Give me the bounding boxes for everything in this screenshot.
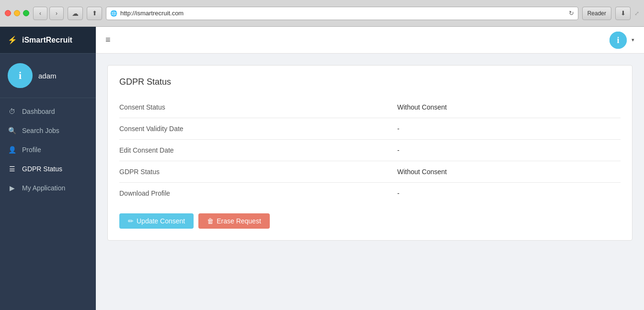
reload-button[interactable]: ↻ (569, 10, 574, 17)
gdpr-table: Consent Status Without Consent Consent V… (119, 97, 621, 204)
close-button[interactable] (5, 10, 11, 16)
sidebar-brand: ⚡ iSmartRecruit (0, 27, 96, 54)
reader-button[interactable]: Reader (582, 7, 611, 20)
button-row: ✏ Update Consent 🗑 Erase Request (119, 213, 621, 229)
row-label: Consent Validity Date (119, 125, 397, 133)
main-content: ≡ i ▾ GDPR Status Consent Status Without (96, 27, 644, 310)
address-bar[interactable]: 🌐 http://ismartrecruit.com ↻ (106, 7, 578, 20)
topbar: ≡ i ▾ (96, 27, 644, 54)
sidebar-item-dashboard[interactable]: ⏱ Dashboard (0, 102, 96, 121)
sidebar-item-search-jobs[interactable]: 🔍 Search Jobs (0, 121, 96, 140)
forward-button[interactable]: › (49, 7, 64, 20)
download-button[interactable]: ⬇ (615, 7, 631, 20)
traffic-lights (5, 10, 29, 16)
avatar-letter: i (9, 64, 32, 87)
brand-name: iSmartRecruit (22, 36, 72, 44)
erase-request-button[interactable]: 🗑 Erase Request (198, 213, 270, 229)
sidebar-item-my-application[interactable]: ▶ My Application (0, 178, 96, 198)
brand-icon: ⚡ (8, 35, 17, 44)
sidebar-item-label: GDPR Status (22, 165, 62, 173)
url-text: http://ismartrecruit.com (120, 10, 566, 17)
sidebar-item-label: Dashboard (22, 108, 55, 115)
back-button[interactable]: ‹ (33, 7, 47, 20)
update-consent-button[interactable]: ✏ Update Consent (119, 213, 194, 229)
row-label: GDPR Status (119, 168, 397, 176)
gdpr-card: GDPR Status Consent Status Without Conse… (107, 65, 632, 241)
svg-text:i: i (617, 35, 619, 45)
cloud-button[interactable]: ☁ (68, 7, 83, 20)
profile-icon: 👤 (8, 146, 16, 154)
application-icon: ▶ (8, 184, 16, 192)
avatar: i (8, 63, 33, 88)
sidebar-nav: ⏱ Dashboard 🔍 Search Jobs 👤 Profile ☰ GD… (0, 98, 96, 310)
share-button[interactable]: ⬆ (87, 7, 102, 20)
row-value: - (397, 189, 621, 197)
sidebar-item-label: My Application (22, 184, 65, 192)
sidebar-item-label: Profile (22, 146, 41, 154)
resize-icon: ⤢ (634, 10, 639, 17)
maximize-button[interactable] (23, 10, 29, 16)
hamburger-icon[interactable]: ≡ (105, 35, 111, 45)
svg-text:i: i (19, 69, 22, 81)
content-area: GDPR Status Consent Status Without Conse… (96, 54, 644, 252)
nav-buttons: ‹ › (33, 7, 64, 20)
page-title: GDPR Status (119, 77, 621, 87)
sidebar-item-label: Search Jobs (22, 127, 59, 134)
update-consent-label: Update Consent (137, 217, 185, 225)
erase-request-label: Erase Request (217, 217, 261, 225)
chevron-down-icon[interactable]: ▾ (632, 37, 634, 43)
user-avatar-top[interactable]: i (610, 32, 627, 49)
gdpr-icon: ☰ (8, 165, 16, 173)
row-value: - (397, 146, 621, 154)
table-row: Edit Consent Date - (119, 140, 621, 161)
row-label: Edit Consent Date (119, 146, 397, 154)
sidebar-item-gdpr-status[interactable]: ☰ GDPR Status (0, 159, 96, 178)
table-row: GDPR Status Without Consent (119, 161, 621, 183)
trash-icon: 🗑 (207, 217, 214, 225)
address-icon: 🌐 (110, 10, 117, 17)
row-value: Without Consent (397, 168, 621, 176)
edit-icon: ✏ (128, 217, 134, 225)
minimize-button[interactable] (14, 10, 20, 16)
row-value: - (397, 125, 621, 133)
sidebar-item-profile[interactable]: 👤 Profile (0, 140, 96, 159)
row-label: Consent Status (119, 103, 397, 111)
table-row: Consent Status Without Consent (119, 97, 621, 118)
sidebar: ⚡ iSmartRecruit i adam ⏱ Dashboard (0, 27, 96, 310)
browser-chrome: ‹ › ☁ ⬆ 🌐 http://ismartrecruit.com ↻ Rea… (0, 0, 644, 27)
row-label: Download Profile (119, 189, 397, 197)
user-name: adam (38, 72, 57, 80)
dashboard-icon: ⏱ (8, 108, 16, 115)
sidebar-user: i adam (0, 54, 96, 98)
row-value: Without Consent (397, 103, 621, 111)
search-icon: 🔍 (8, 127, 16, 134)
topbar-right: i ▾ (610, 32, 634, 49)
table-row: Download Profile - (119, 183, 621, 204)
table-row: Consent Validity Date - (119, 118, 621, 140)
app-container: ⚡ iSmartRecruit i adam ⏱ Dashboard (0, 27, 644, 310)
